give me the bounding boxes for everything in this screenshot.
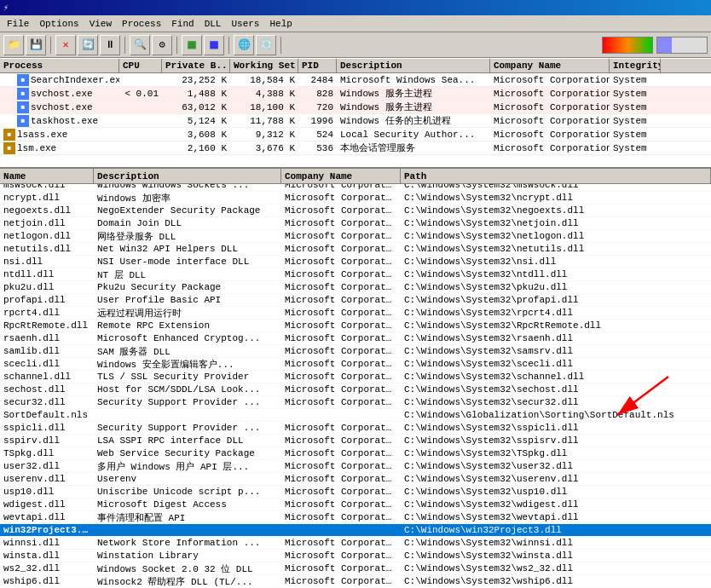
col-working[interactable]: Working Set [230, 59, 298, 72]
list-item[interactable]: userenv.dll Userenv Microsoft Corporatio… [0, 473, 711, 486]
table-row[interactable]: ■ svchost.exe < 0.01 1,488 K 4,388 K 828… [0, 87, 711, 101]
col-description[interactable]: Description [337, 59, 490, 72]
dll-company: Microsoft Corporation [281, 193, 401, 203]
dll-description: Uniscribe Unicode script p... [94, 487, 281, 497]
table-row[interactable]: ■ svchost.exe 63,012 K 18,100 K 720 Wind… [0, 101, 711, 114]
dll-name: schannel.dll [0, 372, 94, 382]
dll-company: Microsoft Corporation [281, 218, 401, 228]
dll-path: C:\Windows\System32\winsta.dll [401, 551, 711, 561]
dll-col-name[interactable]: Name [0, 169, 94, 183]
list-item[interactable]: netlogon.dll 网络登录服务 DLL Microsoft Corpor… [0, 230, 711, 243]
process-private: 23,252 K [162, 73, 230, 86]
list-item[interactable]: wship6.dll Winsock2 帮助程序 DLL (TL/... Mic… [0, 575, 711, 588]
dll-path: C:\Windows\System32\netjoin.dll [401, 218, 711, 228]
list-item[interactable]: secur32.dll Security Support Provider ..… [0, 396, 711, 409]
dll-path: C:\Windows\Globalization\Sorting\SortDef… [401, 410, 711, 420]
table-row[interactable]: ■ lsass.exe 3,608 K 9,312 K 524 Local Se… [0, 128, 711, 141]
list-item[interactable]: netutils.dll Net Win32 API Helpers DLL M… [0, 243, 711, 256]
toolbar-btn-new[interactable]: 📁 [3, 35, 24, 55]
dll-path: C:\Windows\System32\RpcRtRemote.dll [401, 320, 711, 331]
toolbar-btn-suspend[interactable]: ⏸ [100, 35, 120, 55]
toolbar-btn-network[interactable]: 🌐 [234, 35, 254, 55]
list-item[interactable]: netjoin.dll Domain Join DLL Microsoft Co… [0, 217, 711, 230]
toolbar-btn-mem-graph[interactable]: ▓▓ [204, 35, 224, 55]
list-item[interactable]: samlib.dll SAM 服务器 DLL Microsoft Corpora… [0, 345, 711, 358]
list-item[interactable]: sspicli.dll Security Support Provider ..… [0, 422, 711, 435]
dll-company: Microsoft Corporation [281, 435, 401, 446]
list-item[interactable]: TSpkg.dll Web Service Security Package M… [0, 447, 711, 460]
menu-item-users[interactable]: Users [226, 17, 264, 31]
list-item[interactable]: rsaenh.dll Microsoft Enhanced Cryptog...… [0, 332, 711, 345]
process-description: Windows 服务主进程 [337, 101, 490, 113]
toolbar-btn-find[interactable]: 🔍 [130, 35, 150, 55]
toolbar-btn-restart[interactable]: 🔄 [78, 35, 98, 55]
col-pid[interactable]: PID [298, 59, 337, 72]
list-item[interactable]: usp10.dll Uniscribe Unicode script p... … [0, 486, 711, 499]
dll-description: Windows 加密率 [94, 192, 281, 205]
dll-company: Microsoft Corporation [281, 397, 401, 407]
dll-name: netjoin.dll [0, 218, 94, 228]
list-item[interactable]: schannel.dll TLS / SSL Security Provider… [0, 371, 711, 383]
list-item[interactable]: winsta.dll Winstation Library Microsoft … [0, 550, 711, 562]
dll-path: C:\Windows\System32\ws2_32.dll [401, 563, 711, 574]
col-process[interactable]: Process [0, 59, 119, 72]
dll-name: secur32.dll [0, 397, 94, 407]
list-item[interactable]: ntdll.dll NT 层 DLL Microsoft Corporation… [0, 268, 711, 281]
list-item[interactable]: rpcrt4.dll 远程过程调用运行时 Microsoft Corporati… [0, 307, 711, 320]
app-icon: ⚡ [3, 3, 9, 13]
list-item[interactable]: RpcRtRemote.dll Remote RPC Extension Mic… [0, 320, 711, 332]
list-item[interactable]: negoexts.dll NegoExtender Security Packa… [0, 205, 711, 217]
menu-item-view[interactable]: View [84, 17, 117, 31]
list-item[interactable]: sechost.dll Host for SCM/SDDL/LSA Look..… [0, 383, 711, 396]
dll-path: C:\Windows\System32\user32.dll [401, 461, 711, 471]
table-row[interactable]: ■ SearchIndexer.exe 23,252 K 18,584 K 24… [0, 73, 711, 87]
process-description: 本地会话管理服务 [337, 141, 490, 154]
process-integrity: System [610, 73, 661, 86]
list-item[interactable]: scecli.dll Windows 安全影置编辑客户... Microsoft… [0, 358, 711, 371]
dll-col-company[interactable]: Company Name [281, 169, 401, 183]
dll-list[interactable]: msctf.dll MSCTF 服务器 DLL Microsoft Corpor… [0, 184, 711, 588]
dll-company: Microsoft Corporation [281, 512, 401, 522]
list-item[interactable]: SortDefault.nls C:\Windows\Globalization… [0, 409, 711, 422]
menu-item-dll[interactable]: DLL [199, 17, 227, 31]
dll-col-path[interactable]: Path [401, 169, 711, 183]
list-item[interactable]: user32.dll 多用户 Windows 用户 API 层... Micro… [0, 460, 711, 473]
list-item[interactable]: wevtapi.dll 事件清理和配置 API Microsoft Corpor… [0, 511, 711, 524]
list-item[interactable]: ncrypt.dll Windows 加密率 Microsoft Corpora… [0, 192, 711, 205]
toolbar-btn-kill[interactable]: ✕ [55, 35, 76, 55]
list-item[interactable]: profapi.dll User Profile Basic API Micro… [0, 294, 711, 307]
col-cpu[interactable]: CPU [119, 59, 162, 72]
menu-item-file[interactable]: File [2, 17, 34, 31]
toolbar-btn-save[interactable]: 💾 [26, 35, 46, 55]
dll-col-description[interactable]: Description [94, 169, 281, 183]
list-item[interactable]: sspirv.dll LSA SSPI RPC interface DLL Mi… [0, 435, 711, 447]
process-pid: 720 [298, 101, 337, 113]
process-integrity: System [610, 101, 661, 113]
toolbar-btn-settings[interactable]: ⚙ [152, 35, 172, 55]
dll-company: Microsoft Corporation [281, 244, 401, 254]
menu-item-find[interactable]: Find [166, 17, 199, 31]
list-item[interactable]: win32Project3.dll C:\Windows\win32Projec… [0, 524, 711, 537]
col-company[interactable]: Company Name [490, 59, 610, 72]
process-description: Windows 服务主进程 [337, 87, 490, 100]
toolbar-btn-disk[interactable]: 💿 [256, 35, 276, 55]
list-item[interactable]: winnsi.dll Network Store Information ...… [0, 537, 711, 550]
col-private[interactable]: Private B... [162, 59, 230, 72]
dll-company: Microsoft Corporation [281, 474, 401, 484]
menu-item-help[interactable]: Help [264, 17, 297, 31]
table-row[interactable]: ■ taskhost.exe 5,124 K 11,788 K 1996 Win… [0, 114, 711, 128]
dll-name: negoexts.dll [0, 205, 94, 216]
list-item[interactable]: ws2_32.dll Windows Socket 2.0 32 位 DLL M… [0, 562, 711, 575]
dll-company: Microsoft Corporation [281, 551, 401, 561]
table-row[interactable]: ■ lsm.exe 2,160 K 3,676 K 536 本地会话管理服务 M… [0, 141, 711, 155]
list-item[interactable]: wdigest.dll Microsoft Digest Access Micr… [0, 499, 711, 511]
dll-path: C:\Windows\System32\TSpkg.dll [401, 448, 711, 458]
list-item[interactable]: nsi.dll NSI User-mode interface DLL Micr… [0, 256, 711, 268]
list-item[interactable]: pku2u.dll Pku2u Security Package Microso… [0, 281, 711, 294]
dll-name: SortDefault.nls [0, 410, 94, 420]
menu-item-process[interactable]: Process [117, 17, 166, 31]
menu-item-options[interactable]: Options [34, 17, 84, 31]
dll-path: C:\Windows\System32\rpcrt4.dll [401, 308, 711, 318]
toolbar-btn-cpu-graph[interactable]: ▓▓ [182, 35, 202, 55]
col-integrity[interactable]: Integrity [610, 59, 661, 72]
